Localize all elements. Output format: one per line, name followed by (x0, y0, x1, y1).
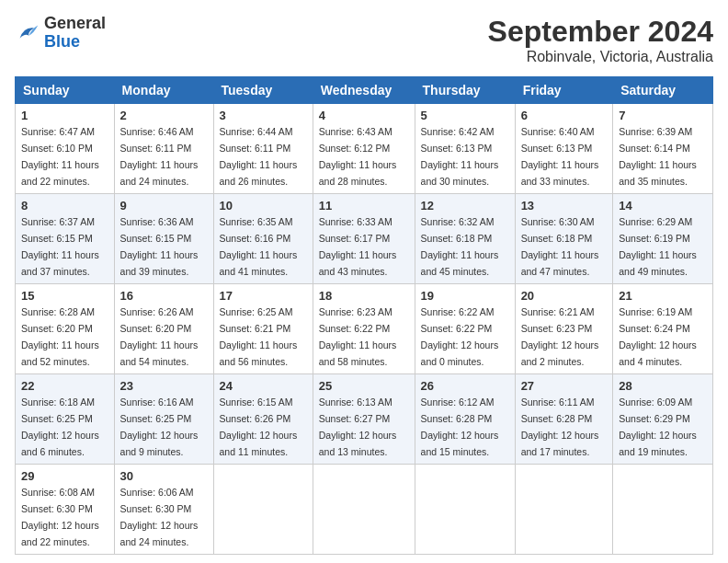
calendar-cell: 21Sunrise: 6:19 AM Sunset: 6:24 PM Dayli… (613, 284, 713, 374)
calendar-cell: 23Sunrise: 6:16 AM Sunset: 6:25 PM Dayli… (114, 374, 213, 465)
calendar-cell: 11Sunrise: 6:33 AM Sunset: 6:17 PM Dayli… (313, 194, 415, 284)
day-info: Sunrise: 6:09 AM Sunset: 6:29 PM Dayligh… (619, 396, 697, 457)
day-info: Sunrise: 6:21 AM Sunset: 6:23 PM Dayligh… (521, 306, 599, 367)
calendar-cell: 8Sunrise: 6:37 AM Sunset: 6:15 PM Daylig… (16, 194, 115, 284)
weekday-header: Friday (515, 77, 613, 104)
day-number: 6 (521, 109, 608, 122)
calendar-week-row: 8Sunrise: 6:37 AM Sunset: 6:15 PM Daylig… (16, 194, 713, 284)
day-info: Sunrise: 6:18 AM Sunset: 6:25 PM Dayligh… (21, 396, 99, 457)
day-info: Sunrise: 6:22 AM Sunset: 6:22 PM Dayligh… (421, 306, 499, 367)
day-number: 27 (521, 379, 608, 393)
day-info: Sunrise: 6:15 AM Sunset: 6:26 PM Dayligh… (220, 396, 298, 457)
calendar-cell: 30Sunrise: 6:06 AM Sunset: 6:30 PM Dayli… (114, 465, 213, 555)
day-info: Sunrise: 6:26 AM Sunset: 6:20 PM Dayligh… (120, 306, 199, 367)
day-number: 16 (120, 289, 208, 303)
day-number: 28 (619, 379, 707, 393)
day-number: 24 (220, 379, 307, 393)
weekday-header: Tuesday (213, 77, 313, 104)
day-number: 19 (421, 289, 509, 303)
title-area: September 2024 Robinvale, Victoria, Aust… (488, 15, 713, 65)
calendar-cell: 14Sunrise: 6:29 AM Sunset: 6:19 PM Dayli… (613, 194, 713, 284)
weekday-header: Sunday (16, 77, 115, 104)
day-number: 17 (220, 289, 307, 303)
day-info: Sunrise: 6:28 AM Sunset: 6:20 PM Dayligh… (21, 306, 99, 367)
calendar-cell: 27Sunrise: 6:11 AM Sunset: 6:28 PM Dayli… (515, 374, 613, 465)
calendar-header-row: SundayMondayTuesdayWednesdayThursdayFrid… (16, 77, 713, 104)
day-number: 23 (120, 379, 208, 393)
day-number: 2 (120, 109, 208, 122)
logo-general: General (44, 15, 106, 33)
day-info: Sunrise: 6:06 AM Sunset: 6:30 PM Dayligh… (120, 487, 199, 547)
calendar-cell: 22Sunrise: 6:18 AM Sunset: 6:25 PM Dayli… (16, 374, 115, 465)
calendar-cell: 4Sunrise: 6:43 AM Sunset: 6:12 PM Daylig… (313, 104, 415, 194)
day-number: 5 (421, 109, 509, 122)
day-number: 11 (319, 199, 409, 213)
calendar-cell: 15Sunrise: 6:28 AM Sunset: 6:20 PM Dayli… (16, 284, 115, 374)
day-info: Sunrise: 6:44 AM Sunset: 6:11 PM Dayligh… (220, 126, 298, 187)
calendar-cell: 9Sunrise: 6:36 AM Sunset: 6:15 PM Daylig… (114, 194, 213, 284)
calendar-cell: 28Sunrise: 6:09 AM Sunset: 6:29 PM Dayli… (613, 374, 713, 465)
day-info: Sunrise: 6:19 AM Sunset: 6:24 PM Dayligh… (619, 306, 697, 367)
calendar-cell: 26Sunrise: 6:12 AM Sunset: 6:28 PM Dayli… (415, 374, 515, 465)
calendar-cell: 13Sunrise: 6:30 AM Sunset: 6:18 PM Dayli… (515, 194, 613, 284)
calendar-cell (613, 465, 713, 555)
calendar-cell: 2Sunrise: 6:46 AM Sunset: 6:11 PM Daylig… (114, 104, 213, 194)
calendar-cell: 25Sunrise: 6:13 AM Sunset: 6:27 PM Dayli… (313, 374, 415, 465)
day-info: Sunrise: 6:12 AM Sunset: 6:28 PM Dayligh… (421, 396, 499, 457)
weekday-header: Wednesday (313, 77, 415, 104)
calendar-cell: 29Sunrise: 6:08 AM Sunset: 6:30 PM Dayli… (16, 465, 115, 555)
location: Robinvale, Victoria, Australia (488, 49, 713, 65)
day-number: 13 (521, 199, 608, 213)
day-info: Sunrise: 6:46 AM Sunset: 6:11 PM Dayligh… (120, 126, 199, 187)
calendar-cell: 19Sunrise: 6:22 AM Sunset: 6:22 PM Dayli… (415, 284, 515, 374)
day-number: 21 (619, 289, 707, 303)
calendar-cell: 6Sunrise: 6:40 AM Sunset: 6:13 PM Daylig… (515, 104, 613, 194)
day-number: 8 (21, 199, 108, 213)
day-info: Sunrise: 6:33 AM Sunset: 6:17 PM Dayligh… (319, 216, 397, 277)
day-number: 1 (21, 109, 108, 122)
day-number: 14 (619, 199, 707, 213)
day-number: 12 (421, 199, 509, 213)
logo: General Blue (15, 15, 106, 52)
day-info: Sunrise: 6:16 AM Sunset: 6:25 PM Dayligh… (120, 396, 199, 457)
calendar-week-row: 15Sunrise: 6:28 AM Sunset: 6:20 PM Dayli… (16, 284, 713, 374)
day-info: Sunrise: 6:40 AM Sunset: 6:13 PM Dayligh… (521, 126, 599, 187)
day-number: 22 (21, 379, 108, 393)
day-info: Sunrise: 6:37 AM Sunset: 6:15 PM Dayligh… (21, 216, 99, 277)
page-header: General Blue September 2024 Robinvale, V… (15, 15, 713, 65)
calendar-week-row: 29Sunrise: 6:08 AM Sunset: 6:30 PM Dayli… (16, 465, 713, 555)
weekday-header: Saturday (613, 77, 713, 104)
calendar-cell: 1Sunrise: 6:47 AM Sunset: 6:10 PM Daylig… (16, 104, 115, 194)
day-number: 30 (120, 469, 208, 483)
calendar-cell: 3Sunrise: 6:44 AM Sunset: 6:11 PM Daylig… (213, 104, 313, 194)
day-info: Sunrise: 6:36 AM Sunset: 6:15 PM Dayligh… (120, 216, 199, 277)
calendar-cell: 7Sunrise: 6:39 AM Sunset: 6:14 PM Daylig… (613, 104, 713, 194)
calendar-cell: 20Sunrise: 6:21 AM Sunset: 6:23 PM Dayli… (515, 284, 613, 374)
day-info: Sunrise: 6:42 AM Sunset: 6:13 PM Dayligh… (421, 126, 499, 187)
day-info: Sunrise: 6:39 AM Sunset: 6:14 PM Dayligh… (619, 126, 697, 187)
day-number: 29 (21, 469, 108, 483)
day-number: 15 (21, 289, 108, 303)
day-number: 18 (319, 289, 409, 303)
calendar-week-row: 1Sunrise: 6:47 AM Sunset: 6:10 PM Daylig… (16, 104, 713, 194)
calendar-cell (213, 465, 313, 555)
calendar-cell (515, 465, 613, 555)
day-number: 10 (220, 199, 307, 213)
day-number: 3 (220, 109, 307, 122)
day-info: Sunrise: 6:13 AM Sunset: 6:27 PM Dayligh… (319, 396, 397, 457)
day-number: 7 (619, 109, 707, 122)
calendar-cell: 24Sunrise: 6:15 AM Sunset: 6:26 PM Dayli… (213, 374, 313, 465)
day-info: Sunrise: 6:35 AM Sunset: 6:16 PM Dayligh… (220, 216, 298, 277)
weekday-header: Monday (114, 77, 213, 104)
calendar-cell (415, 465, 515, 555)
day-info: Sunrise: 6:47 AM Sunset: 6:10 PM Dayligh… (21, 126, 99, 187)
day-info: Sunrise: 6:25 AM Sunset: 6:21 PM Dayligh… (220, 306, 298, 367)
weekday-header: Thursday (415, 77, 515, 104)
calendar-week-row: 22Sunrise: 6:18 AM Sunset: 6:25 PM Dayli… (16, 374, 713, 465)
day-info: Sunrise: 6:30 AM Sunset: 6:18 PM Dayligh… (521, 216, 599, 277)
day-number: 4 (319, 109, 409, 122)
logo-bird-icon (15, 20, 40, 46)
day-info: Sunrise: 6:29 AM Sunset: 6:19 PM Dayligh… (619, 216, 697, 277)
calendar-cell: 16Sunrise: 6:26 AM Sunset: 6:20 PM Dayli… (114, 284, 213, 374)
day-info: Sunrise: 6:32 AM Sunset: 6:18 PM Dayligh… (421, 216, 499, 277)
